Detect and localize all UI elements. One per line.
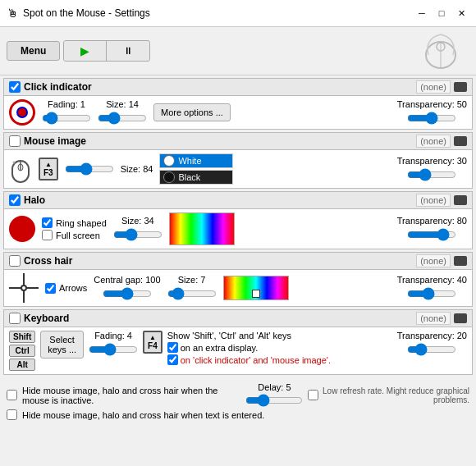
keyboard-title: Keyboard <box>24 313 69 324</box>
halo-options: Ring shaped Full screen <box>42 217 107 240</box>
cross-hair-title: Cross hair <box>24 255 72 267</box>
white-color-option[interactable]: White <box>159 153 233 168</box>
click-indicator-kb-label: on 'click indicator' and 'mouse image'. <box>181 355 331 365</box>
select-keys-button[interactable]: Selectkeys ... <box>40 331 84 359</box>
ch-size-slider[interactable] <box>167 286 217 301</box>
mouse-image-body: ▲ F3 Size: 84 White Black Transparency: … <box>4 150 472 188</box>
cross-hair-color-picker[interactable] <box>223 276 289 300</box>
alt-badge: Alt <box>9 359 35 371</box>
keyboard-shortcut-icon2 <box>454 313 467 323</box>
keyboard-section: Keyboard (none) Shift Ctrl Alt Selectkey… <box>3 309 473 375</box>
halo-section: Halo (none) Ring shaped Full screen Size… <box>3 191 473 249</box>
halo-checkbox[interactable] <box>9 194 21 206</box>
cross-hair-keyboard-icon <box>454 256 467 266</box>
maximize-button[interactable]: □ <box>433 5 450 21</box>
central-gap-label: Central gap: 100 <box>94 275 160 285</box>
transparency-group-ci: Transparency: 50 <box>397 99 467 126</box>
fading-slider-group: Fading: 1 <box>42 99 91 126</box>
size-slider[interactable] <box>98 111 147 126</box>
cross-hair-header-right: (none) <box>416 254 467 267</box>
keyboard-body: Shift Ctrl Alt Selectkeys ... Fading: 4 … <box>4 327 472 374</box>
hide-inactive-checkbox[interactable] <box>7 390 17 400</box>
window-controls: ─ □ ✕ <box>414 5 469 21</box>
keyboard-header: Keyboard (none) <box>4 310 472 327</box>
transparency-group-kb: Transparency: 20 <box>397 331 467 357</box>
cross-hair-checkbox[interactable] <box>9 255 21 267</box>
kb-fading-slider[interactable] <box>89 342 138 357</box>
halo-color-picker[interactable] <box>169 212 235 245</box>
arrows-checkbox[interactable] <box>45 283 56 294</box>
arrows-label: Arrows <box>59 283 87 293</box>
hide-text-row: Hide mouse image, halo and cross hair wh… <box>7 409 469 420</box>
full-screen-checkbox[interactable] <box>42 230 53 240</box>
transparency-label-ci: Transparency: 50 <box>397 99 467 109</box>
click-indicator-inner <box>16 107 28 118</box>
click-indicator-preview <box>9 99 35 126</box>
halo-none: (none) <box>416 194 451 207</box>
extra-display-checkbox[interactable] <box>167 342 178 353</box>
transparency-group-ch: Transparency: 40 <box>397 275 467 301</box>
play-button[interactable]: ▶ <box>64 41 107 61</box>
transparency-slider-kb[interactable] <box>407 342 456 357</box>
cross-hair-header: Cross hair (none) <box>4 253 472 270</box>
full-screen-label: Full screen <box>56 231 100 240</box>
close-button[interactable]: ✕ <box>453 5 469 21</box>
title-icon: 🖱 <box>7 7 18 20</box>
mouse-image-size-group: Size: 84 <box>121 164 153 174</box>
show-keys-text: Show 'Shift', 'Ctrl' and 'Alt' keys <box>167 331 331 340</box>
ch-size-label: Size: 7 <box>178 275 206 285</box>
halo-keyboard-icon <box>454 195 467 205</box>
keyboard-shortcut-icon <box>454 82 467 92</box>
hide-text-checkbox[interactable] <box>7 409 17 420</box>
hide-inactive-label: Hide mouse image, halo and cross hair wh… <box>22 386 240 405</box>
delay-slider[interactable] <box>245 393 303 408</box>
transparency-label-ch: Transparency: 40 <box>397 275 467 285</box>
click-indicator-checkbox[interactable] <box>9 81 21 93</box>
transparency-slider-ci[interactable] <box>407 111 456 126</box>
click-indicator-section: Click indicator (none) Fading: 1 Size: 1… <box>3 78 473 130</box>
transparency-label-mi: Transparency: 30 <box>397 156 467 166</box>
click-indicator-kb-checkbox[interactable] <box>167 354 178 365</box>
click-indicator-header-right: (none) <box>416 80 467 94</box>
keyboard-checkbox[interactable] <box>9 313 21 324</box>
transparency-slider-mi[interactable] <box>407 167 456 182</box>
shift-badge: Shift <box>9 331 35 343</box>
mouse-image-title: Mouse image <box>24 135 86 147</box>
black-dot <box>163 171 175 183</box>
color-options: White Black <box>159 153 233 185</box>
mouse-image-checkbox[interactable] <box>9 135 21 147</box>
click-indicator-body: Fading: 1 Size: 14 More options ... Tran… <box>4 96 472 129</box>
central-gap-group: Central gap: 100 <box>94 275 160 301</box>
select-keys-label: Selectkeys ... <box>48 335 76 354</box>
title-bar: 🖱 Spot on the Mouse - Settings ─ □ ✕ <box>0 0 476 27</box>
mouse-image-none: (none) <box>416 135 451 148</box>
arrows-row: Arrows <box>45 283 87 294</box>
central-gap-slider[interactable] <box>103 286 152 301</box>
mouse-image-size-slider[interactable] <box>65 162 114 176</box>
transparency-group-halo: Transparency: 80 <box>397 216 467 242</box>
mouse-image-header-right: (none) <box>416 135 467 148</box>
more-options-button[interactable]: More options ... <box>153 103 231 121</box>
transparency-group-mi: Transparency: 30 <box>397 156 467 182</box>
black-color-option[interactable]: Black <box>159 170 233 185</box>
play-icon: ▶ <box>80 44 89 57</box>
svg-point-6 <box>13 162 16 164</box>
click-indicator-none: (none) <box>416 80 451 94</box>
f3-badge: ▲ F3 <box>39 158 58 180</box>
minimize-button[interactable]: ─ <box>414 5 430 21</box>
cross-hair-body: Arrows Central gap: 100 Size: 7 Transpar… <box>4 270 472 306</box>
ring-shaped-label: Ring shaped <box>56 218 107 228</box>
mouse-image-keyboard-icon <box>454 136 467 146</box>
ring-shaped-checkbox[interactable] <box>42 217 53 228</box>
transparency-slider-halo[interactable] <box>407 227 456 242</box>
transparency-slider-ch[interactable] <box>407 286 456 301</box>
halo-size-slider[interactable] <box>113 227 162 242</box>
ch-size-group: Size: 7 <box>167 275 217 301</box>
menu-button[interactable]: Menu <box>7 41 60 61</box>
bottom-section: Hide mouse image, halo and cross hair wh… <box>0 377 476 425</box>
mouse-image-header: Mouse image (none) <box>4 133 472 150</box>
pause-button[interactable]: ⏸ <box>107 42 149 60</box>
low-refresh-checkbox[interactable] <box>308 390 318 400</box>
white-dot <box>163 155 175 167</box>
fading-slider[interactable] <box>42 111 91 126</box>
